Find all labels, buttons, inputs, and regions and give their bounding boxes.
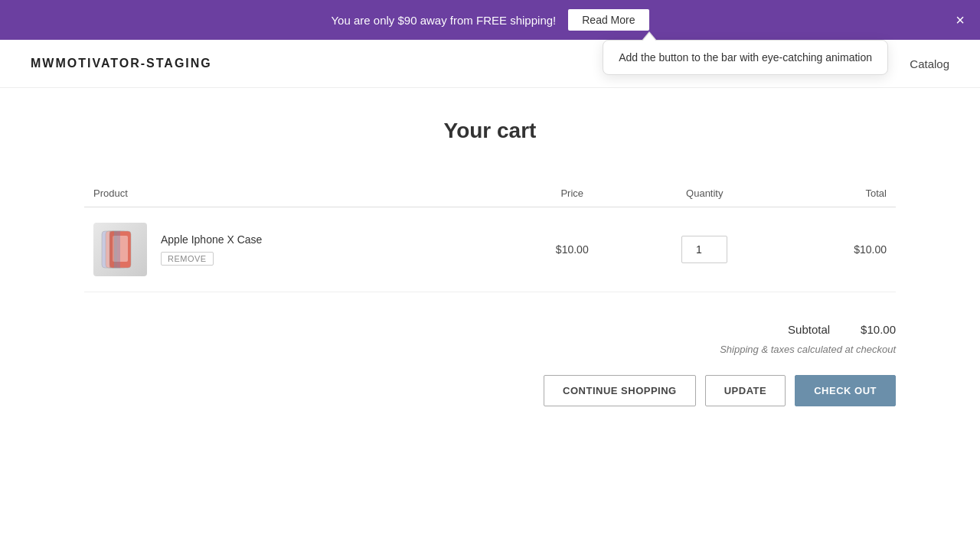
logo: MWMOTIVATOR-STAGING — [31, 57, 212, 70]
announcement-text: You are only $90 away from FREE shipping… — [331, 14, 556, 27]
product-image-svg — [96, 225, 145, 275]
update-button[interactable]: UPDATE — [705, 375, 786, 406]
announcement-bar: You are only $90 away from FREE shipping… — [0, 0, 980, 40]
svg-rect-6 — [117, 231, 120, 268]
product-image — [93, 223, 147, 276]
close-announcement-button[interactable]: × — [956, 12, 965, 28]
product-price: $10.00 — [514, 207, 631, 292]
nav-item-catalog[interactable]: Catalog — [910, 57, 949, 70]
tooltip-bubble: Add the button to the bar with eye-catch… — [603, 40, 888, 75]
svg-rect-4 — [109, 231, 114, 268]
product-total: $10.00 — [779, 207, 896, 292]
tooltip-wrapper: Add the button to the bar with eye-catch… — [603, 40, 888, 75]
col-quantity: Quantity — [631, 180, 779, 207]
tooltip-text: Add the button to the bar with eye-catch… — [619, 51, 872, 64]
cart-footer: Subtotal $10.00 Shipping & taxes calcula… — [84, 323, 896, 406]
cart-title: Your cart — [84, 119, 896, 143]
quantity-cell — [631, 207, 779, 292]
shipping-note: Shipping & taxes calculated at checkout — [720, 344, 896, 355]
quantity-input[interactable] — [681, 236, 727, 263]
subtotal-value: $10.00 — [861, 323, 896, 336]
svg-rect-5 — [114, 231, 117, 268]
continue-shopping-button[interactable]: CONTINUE SHOPPING — [544, 375, 696, 406]
subtotal-row: Subtotal $10.00 — [788, 323, 896, 336]
table-row: Apple Iphone X Case REMOVE $10.00 $10.00 — [84, 207, 896, 292]
cart-table: Product Price Quantity Total — [84, 180, 896, 292]
cart-actions: CONTINUE SHOPPING UPDATE CHECK OUT — [544, 375, 896, 406]
product-cell: Apple Iphone X Case REMOVE — [84, 207, 514, 292]
main-content: Your cart Product Price Quantity Total — [69, 88, 911, 468]
read-more-button[interactable]: Read More — [568, 9, 648, 31]
col-product: Product — [84, 180, 514, 207]
checkout-button[interactable]: CHECK OUT — [795, 375, 896, 406]
remove-item-button[interactable]: REMOVE — [161, 252, 214, 266]
cart-table-header-row: Product Price Quantity Total — [84, 180, 896, 207]
col-price: Price — [514, 180, 631, 207]
product-name: Apple Iphone X Case — [161, 233, 262, 246]
subtotal-label: Subtotal — [788, 323, 830, 336]
col-total: Total — [779, 180, 896, 207]
